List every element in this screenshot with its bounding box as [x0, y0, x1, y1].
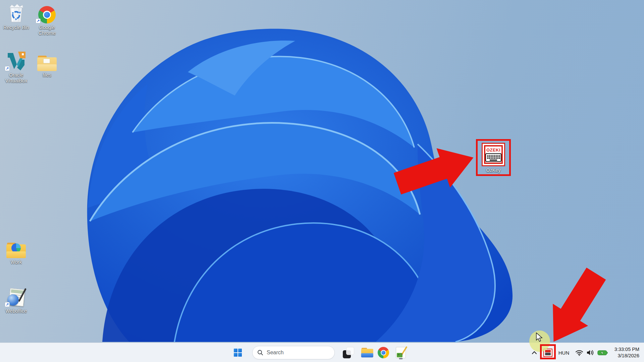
editor-icon — [396, 347, 406, 358]
desktop-icon-label: Recycle Bin — [1, 25, 32, 31]
wifi-button[interactable] — [574, 343, 584, 362]
desktop-icon-recycle-bin[interactable]: Recycle Bin — [1, 2, 32, 31]
taskbar-app-windows[interactable] — [341, 345, 356, 360]
desktop: Recycle Bin ↗ Google Chrome ↗ Oracle Vir… — [0, 0, 644, 362]
volume-icon — [586, 349, 595, 356]
desktop-icon-weboffice[interactable]: ↗ Weboffice — [1, 286, 32, 314]
mouse-cursor — [536, 333, 543, 343]
shortcut-arrow-icon: ↗ — [5, 66, 10, 71]
window-stack-icon — [343, 347, 354, 358]
desktop-icon-files[interactable]: files — [32, 50, 62, 78]
desktop-icon-label: Google Chrome — [32, 25, 62, 36]
shortcut-arrow-icon: ↗ — [5, 302, 10, 307]
desktop-icon-label: Oracle VirtualBox — [1, 72, 32, 84]
folder-icon — [32, 50, 62, 71]
start-icon — [234, 349, 242, 357]
chrome-icon — [378, 347, 389, 358]
chrome-icon: ↗ — [32, 2, 62, 23]
annotation-box-ozkey — [476, 139, 511, 176]
desktop-icon-google-chrome[interactable]: ↗ Google Chrome — [32, 2, 62, 36]
annotation-box-tray — [540, 344, 556, 359]
taskbar-app-chrome[interactable] — [376, 345, 391, 360]
desktop-icon-label: Weboffice — [1, 308, 32, 314]
taskbar-app-editor[interactable] — [393, 345, 409, 360]
desktop-icon-label: Work — [1, 259, 32, 265]
weboffice-icon: ↗ — [1, 286, 32, 307]
search-icon — [257, 350, 263, 356]
start-button[interactable] — [230, 345, 246, 360]
search-placeholder: Search — [267, 350, 284, 356]
shortcut-arrow-icon: ↗ — [36, 18, 41, 23]
battery-button[interactable] — [596, 343, 608, 362]
desktop-icon-oracle-virtualbox[interactable]: ↗ Oracle VirtualBox — [1, 50, 32, 84]
desktop-icon-label: files — [32, 72, 62, 78]
volume-button[interactable] — [585, 343, 596, 362]
wallpaper-bloom-image — [0, 0, 644, 362]
running-indicator — [399, 358, 403, 359]
taskbar-clock[interactable]: 3:33:05 PM 3/18/2026 — [614, 343, 639, 362]
taskbar-app-file-explorer[interactable] — [358, 345, 374, 360]
work-folder-icon — [1, 237, 32, 258]
wifi-icon — [575, 350, 583, 356]
desktop-icon-work[interactable]: Work — [1, 237, 32, 265]
tray-time: 3:33:05 PM — [614, 346, 639, 353]
tray-date: 3/18/2026 — [618, 353, 639, 359]
search-input[interactable]: Search — [252, 346, 335, 359]
virtualbox-icon: ↗ — [1, 50, 32, 71]
chevron-up-icon — [532, 351, 537, 354]
recycle-bin-icon — [1, 2, 32, 23]
file-explorer-icon — [361, 348, 371, 358]
battery-charging-icon — [597, 350, 608, 356]
